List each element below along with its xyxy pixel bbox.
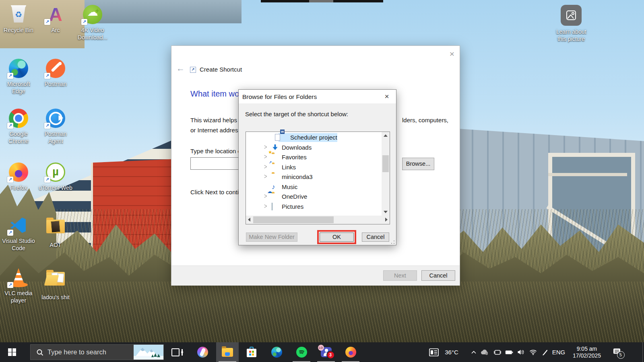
tree-item-links[interactable]: > ↗ Links <box>246 162 379 172</box>
hidden-window-edge <box>261 0 383 2</box>
tree-item-onedrive[interactable]: > ☁ OneDrive <box>246 192 379 202</box>
back-arrow-icon[interactable]: ← <box>176 64 185 73</box>
wizard-body-text: lders, computers, <box>402 117 448 123</box>
next-button[interactable]: Next <box>383 270 417 281</box>
aot-folder-icon <box>46 220 65 233</box>
hidden-icons-chevron[interactable] <box>468 342 479 362</box>
volume-button[interactable] <box>515 342 526 362</box>
firefox-button[interactable] <box>339 342 362 362</box>
task-view-button[interactable] <box>166 342 188 362</box>
expand-chevron-icon[interactable]: > <box>264 192 267 200</box>
shortcut-arrow-icon: ↗ <box>7 123 13 129</box>
desktop-icon-learn-about-picture[interactable]: Learn about this picture <box>553 5 589 43</box>
expand-chevron-icon[interactable]: > <box>264 202 267 210</box>
shortcut-arrow-icon: ↗ <box>7 177 13 183</box>
onedrive-cloud-icon <box>481 349 489 355</box>
shortcut-wizard-icon: ↗ <box>190 67 196 73</box>
battery-button[interactable] <box>504 342 515 362</box>
pictures-icon <box>272 203 279 210</box>
pen-button[interactable] <box>539 342 551 362</box>
firefox-icon <box>345 347 356 358</box>
desktop-icon-aot[interactable]: AOT <box>38 216 73 249</box>
horizontal-scrollbar[interactable] <box>246 216 390 224</box>
clock[interactable]: 9:05 am 17/02/2025 <box>568 342 605 362</box>
favorites-folder-icon: ★ <box>272 154 279 160</box>
desktop-icon-visual-studio-code[interactable]: ↗ Visual Studio Code <box>1 216 36 252</box>
speaker-icon <box>517 349 524 355</box>
date-text: 17/02/2025 <box>573 352 601 359</box>
teams-avatar: LO <box>318 345 324 351</box>
downloads-icon <box>272 144 279 151</box>
search-highlight-image[interactable] <box>134 345 163 360</box>
desktop-icon-ladous-shit[interactable]: ladou's shit <box>38 268 73 301</box>
close-icon[interactable]: × <box>381 92 392 101</box>
dialog-instruction: Select the target of the shortcut below: <box>245 111 348 117</box>
tree-item-scheduler-project[interactable]: W Scheduler project <box>246 133 379 142</box>
music-note-icon: ♪ <box>272 183 279 190</box>
copilot-button[interactable] <box>191 342 214 362</box>
wireless-display-button[interactable] <box>492 342 503 362</box>
search-placeholder: Type here to search <box>47 348 106 356</box>
expand-chevron-icon[interactable]: > <box>264 143 267 151</box>
desktop-icon-postman-agent[interactable]: ↗ Postman Agent <box>38 109 73 145</box>
scrollbar-thumb[interactable] <box>382 155 389 172</box>
expand-chevron-icon[interactable]: > <box>264 163 267 171</box>
edge-button[interactable] <box>265 342 288 362</box>
expand-chevron-icon[interactable]: > <box>264 173 267 181</box>
action-center-button[interactable]: 5 <box>610 342 623 362</box>
browse-button[interactable]: Browse... <box>402 158 434 170</box>
wizard-body-text: This wizard helps y <box>190 117 242 123</box>
desktop-icon-microsoft-edge[interactable]: ↗ Microsoft Edge <box>1 59 36 95</box>
time-text: 9:05 am <box>573 346 601 352</box>
desktop-icon-postman[interactable]: ↗ Postman <box>38 59 73 88</box>
desktop-icon-firefox[interactable]: ↗ Firefox <box>1 162 36 191</box>
vertical-scrollbar[interactable] <box>382 132 390 216</box>
cancel-button[interactable]: Cancel <box>421 270 455 281</box>
wizard-title: Create Shortcut <box>200 66 242 73</box>
desktop-icon-4k-video-downloader[interactable]: ☁+ ↗ 4K Video Download... <box>75 5 110 41</box>
tree-item-miniconda3[interactable]: > miniconda3 <box>246 172 379 182</box>
location-label: Type the location o <box>190 148 241 154</box>
show-desktop-button[interactable] <box>642 342 643 362</box>
onedrive-tray-button[interactable] <box>479 342 490 362</box>
tree-item-downloads[interactable]: > Downloads <box>246 143 379 152</box>
search-box[interactable]: Type here to search <box>30 344 164 360</box>
shortcut-arrow-icon: ↗ <box>44 177 50 183</box>
scrollbar-thumb[interactable] <box>253 216 334 223</box>
desktop-icon-recycle-bin[interactable]: ♻ Recycle Bin <box>1 5 36 34</box>
shortcut-arrow-icon: ↗ <box>44 123 50 129</box>
word-document-icon: W <box>280 134 287 141</box>
shortcut-arrow-icon: ↗ <box>44 19 50 25</box>
edge-icon <box>271 347 282 358</box>
desktop-icon-utorrent-web[interactable]: µ ↗ uTorrent Web <box>38 162 73 191</box>
picture-info-icon <box>561 5 582 26</box>
cancel-button[interactable]: Cancel <box>362 232 389 242</box>
teams-button[interactable]: LO 3 <box>315 342 337 362</box>
pen-icon <box>542 349 548 356</box>
start-button[interactable] <box>0 342 24 362</box>
desktop-icon-arc[interactable]: A ↗ Arc <box>38 5 73 34</box>
file-explorer-button[interactable] <box>216 342 239 362</box>
tree-item-pictures[interactable]: > Pictures <box>246 202 379 212</box>
taskbar: Type here to search <box>0 342 644 362</box>
tree-item-music[interactable]: ♪ Music <box>246 182 379 192</box>
wifi-button[interactable] <box>527 342 539 362</box>
teams-icon: LO 3 <box>321 347 332 357</box>
desktop-icon-google-chrome[interactable]: ↗ Google Chrome <box>1 109 36 145</box>
microsoft-store-button[interactable] <box>240 342 263 362</box>
desktop-icon-vlc[interactable]: ↗ VLC media player <box>1 268 36 304</box>
chevron-up-icon <box>471 350 477 355</box>
shortcut-arrow-icon: ↗ <box>44 73 50 79</box>
news-widget-button[interactable] <box>426 342 442 362</box>
make-new-folder-button[interactable]: Make New Folder <box>246 232 297 242</box>
close-icon[interactable]: × <box>447 49 457 59</box>
shortcut-arrow-icon: ↗ <box>7 230 13 236</box>
display-icon <box>493 349 502 356</box>
spotify-button[interactable] <box>290 342 313 362</box>
tree-item-favorites[interactable]: > ★ Favorites <box>246 152 379 162</box>
language-indicator[interactable]: ENG <box>551 342 567 362</box>
temperature-text[interactable]: 36°C <box>443 342 460 362</box>
resize-grip[interactable] <box>391 240 395 244</box>
click-next-text: Click Next to conti <box>190 189 239 195</box>
expand-chevron-icon[interactable]: > <box>264 153 267 161</box>
